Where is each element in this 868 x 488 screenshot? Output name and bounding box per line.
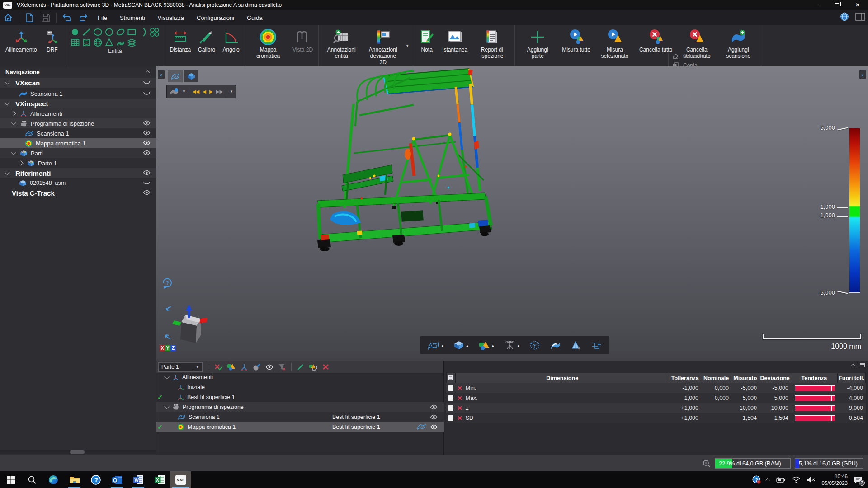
axis-tool-icon[interactable] xyxy=(241,364,248,371)
entity-rectangle-icon[interactable] xyxy=(127,27,137,37)
entity-cylinder-icon[interactable] xyxy=(81,38,92,47)
model-3d[interactable] xyxy=(289,66,665,343)
panel-collapse-icon[interactable] xyxy=(851,364,855,368)
nota-button[interactable]: Nota xyxy=(415,27,439,54)
chevron-right-icon[interactable] xyxy=(18,160,23,165)
zoom-icon[interactable] xyxy=(703,460,711,468)
table-row-max[interactable]: ✕Max. 1,000 0,000 5,000 5,000 4,000 xyxy=(446,393,866,403)
rotation-help-icon[interactable]: ? xyxy=(161,277,173,289)
angolo-button[interactable]: Angolo xyxy=(219,27,243,54)
mesh-display-button[interactable]: ▲ xyxy=(428,341,444,350)
display-mode-dropdown-arrow[interactable]: ▼ xyxy=(182,89,186,94)
inspection-row-allineamenti[interactable]: Allineamenti xyxy=(156,372,444,382)
eye-icon[interactable] xyxy=(265,364,274,370)
restore-button[interactable] xyxy=(826,0,847,10)
misura-selezionato-button[interactable]: Misura selezionato xyxy=(594,27,636,60)
inspection-row-best-fit[interactable]: ✓ Best fit superficie 1 xyxy=(156,392,444,402)
cancella-tutto-button[interactable]: Cancella tutto xyxy=(636,27,676,54)
menu-configurazioni[interactable]: Configurazioni xyxy=(190,14,241,21)
battery-icon[interactable] xyxy=(776,477,786,483)
collapse-left-panel-icon[interactable]: ‹ xyxy=(158,70,165,79)
drf-button[interactable]: DRF xyxy=(40,27,64,54)
row-checkbox[interactable] xyxy=(448,405,453,411)
hidden-eye-icon[interactable] xyxy=(143,90,151,96)
inspection-row-mappa[interactable]: ✓ Mappa cromatica 1 Best fit superficie … xyxy=(156,422,444,432)
tray-chevron-up-icon[interactable] xyxy=(767,478,770,481)
tree-node-0201548-asm[interactable]: 0201548_asm xyxy=(0,178,156,188)
tree-node-riferimenti[interactable]: Riferimenti xyxy=(0,168,156,178)
chevron-down-icon[interactable] xyxy=(5,100,9,105)
annotazioni-deviazione-button[interactable]: Annotazioni deviazione 3D xyxy=(362,27,404,66)
mappa-cromatica-button[interactable]: Mappa cromatica xyxy=(247,27,289,60)
tree-node-vista-ctrack[interactable]: Vista C-Track xyxy=(0,188,156,198)
aggiungi-parte-button[interactable]: Aggiungi parte xyxy=(517,27,558,60)
entity-cone-icon[interactable] xyxy=(104,38,114,47)
prism-view-button[interactable] xyxy=(570,340,581,350)
chevron-down-icon[interactable] xyxy=(164,404,169,409)
display-mode-icon[interactable] xyxy=(169,88,179,96)
menu-guida[interactable]: Guida xyxy=(241,14,269,21)
entities-display-button[interactable]: ▲ xyxy=(478,340,495,350)
row-checkbox[interactable] xyxy=(448,395,453,401)
chevron-right-icon[interactable] xyxy=(11,111,16,116)
entities-filter-icon[interactable] xyxy=(227,363,236,371)
chevron-down-icon[interactable] xyxy=(5,170,9,175)
eye-icon[interactable] xyxy=(143,170,151,175)
menu-visualizza[interactable]: Visualizza xyxy=(151,14,190,21)
layout-panels-icon[interactable] xyxy=(855,12,865,21)
table-row-plusminus[interactable]: ✕± +1,000 10,000 10,000 9,000 xyxy=(446,403,866,413)
allineamento-button[interactable]: Allineamento xyxy=(2,27,40,54)
inspection-row-iniziale[interactable]: Iniziale xyxy=(156,382,444,392)
menu-file[interactable]: File xyxy=(91,14,113,21)
entity-mesh-icon[interactable] xyxy=(127,38,137,47)
entity-line-icon[interactable] xyxy=(81,27,92,37)
new-document-icon[interactable] xyxy=(23,11,36,24)
chevron-down-icon[interactable] xyxy=(164,374,169,379)
entity-point-icon[interactable] xyxy=(70,27,80,37)
first-frame-icon[interactable]: ◀◀ xyxy=(193,89,199,94)
list-icon[interactable] xyxy=(447,373,456,383)
close-button[interactable]: ✕ xyxy=(847,0,868,10)
help-app-icon[interactable]: ? xyxy=(85,471,106,488)
tree-node-vxinspect[interactable]: VXinspect xyxy=(0,99,156,108)
eye-icon[interactable] xyxy=(143,150,151,155)
next-frame-icon[interactable]: ▶ xyxy=(209,89,213,94)
aggiungi-scansione-button[interactable]: Aggiungi scansione xyxy=(717,27,759,60)
search-icon[interactable] xyxy=(21,471,42,488)
notification-center-icon[interactable]: 7 xyxy=(854,476,863,484)
panel-popout-icon[interactable] xyxy=(860,363,865,367)
view-tab-mesh[interactable] xyxy=(168,70,183,82)
part-display-button[interactable]: ▲ xyxy=(453,341,469,350)
bounding-box-button[interactable] xyxy=(529,340,540,350)
entity-pattern-icon[interactable] xyxy=(149,27,160,37)
view-cube[interactable] xyxy=(160,305,210,348)
delete-x-icon[interactable] xyxy=(322,364,329,370)
entity-arc-icon[interactable] xyxy=(138,27,148,37)
part-selector[interactable]: Parte 1 ▼ xyxy=(158,362,203,372)
tracker-display-button[interactable]: ▲ xyxy=(504,340,520,350)
table-row-min[interactable]: ✕Min. -1,000 0,000 -5,000 -5,000 -4,000 xyxy=(446,383,866,393)
redo-icon[interactable] xyxy=(76,11,90,24)
inspection-row-programma[interactable]: Programma di ispezione xyxy=(156,402,444,412)
globe-icon[interactable] xyxy=(839,11,850,22)
annotations-dropdown-arrow[interactable]: ▼ xyxy=(404,44,411,48)
eye-icon[interactable] xyxy=(430,414,438,420)
menu-strumenti[interactable]: Strumenti xyxy=(113,14,151,21)
remove-check-icon[interactable] xyxy=(214,364,222,371)
edge-icon[interactable] xyxy=(42,471,64,488)
distanza-button[interactable]: Distanza xyxy=(166,27,194,54)
tray-clock[interactable]: 10:46 05/05/2023 xyxy=(821,473,848,486)
paint-tool-icon[interactable] xyxy=(253,364,260,371)
tree-node-parti[interactable]: Parti xyxy=(0,148,156,158)
wifi-icon[interactable] xyxy=(792,476,801,483)
eye-icon[interactable] xyxy=(143,130,151,136)
chevron-down-icon[interactable] xyxy=(11,150,16,155)
minimize-button[interactable] xyxy=(806,0,826,10)
tree-node-scansiona1[interactable]: Scansiona 1 xyxy=(0,128,156,138)
tree-node-vxscan[interactable]: VXscan xyxy=(0,78,156,88)
row-checkbox[interactable] xyxy=(448,415,453,421)
entity-slot-icon[interactable] xyxy=(115,27,126,37)
outlook-icon[interactable] xyxy=(106,471,127,488)
eye-icon[interactable] xyxy=(430,424,438,430)
row-checkbox[interactable] xyxy=(448,385,453,391)
